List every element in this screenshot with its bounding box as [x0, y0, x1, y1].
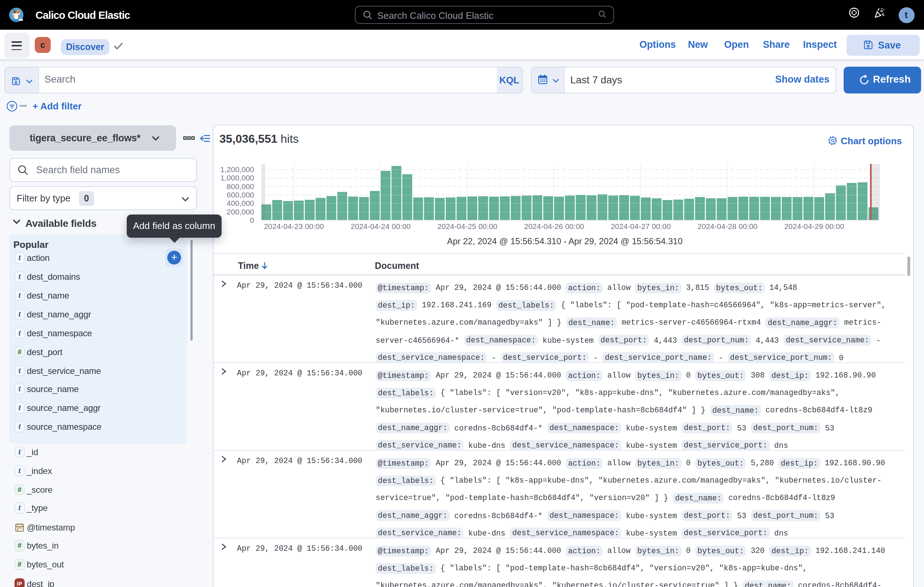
svg-text:Apr 22, 2024 @ 15:56:54.310 -: Apr 22, 2024 @ 15:56:54.310 - Apr 29, 20… [447, 236, 683, 246]
svg-text:600,000: 600,000 [227, 190, 254, 199]
svg-text:2024-04-27 00:00: 2024-04-27 00:00 [611, 222, 671, 230]
svg-text:2024-04-23 00:00: 2024-04-23 00:00 [264, 222, 324, 230]
svg-text:2024-04-29 00:00: 2024-04-29 00:00 [784, 222, 844, 230]
svg-text:200,000: 200,000 [227, 208, 254, 216]
svg-text:1,200,000: 1,200,000 [221, 165, 254, 174]
svg-text:0: 0 [250, 216, 254, 224]
svg-text:2024-04-25 00:00: 2024-04-25 00:00 [437, 222, 497, 230]
svg-text:2024-04-26 00:00: 2024-04-26 00:00 [524, 222, 584, 230]
svg-text:1,000,000: 1,000,000 [221, 174, 254, 182]
svg-text:800,000: 800,000 [227, 182, 254, 190]
svg-text:2024-04-28 00:00: 2024-04-28 00:00 [697, 222, 757, 230]
svg-text:2024-04-24 00:00: 2024-04-24 00:00 [350, 222, 411, 230]
svg-text:400,000: 400,000 [227, 199, 254, 207]
